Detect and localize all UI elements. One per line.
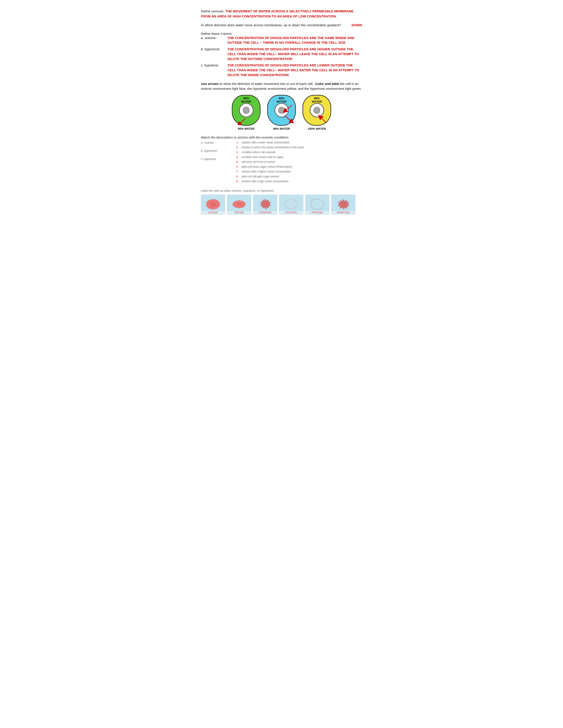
cell-hypertonic: 98%WATER 95% WATER [232,95,260,130]
cell-img-4: HYPOTONIC [279,195,304,214]
svg-point-9 [210,202,216,206]
term-hypotonic-def: THE CONCENTRATION OF DISSOLVED PARTICLES… [227,63,362,77]
use-arrows-para: Use arrows to show the direction of wate… [201,81,362,91]
match-left-isotonic: a. isotonic [201,141,227,144]
match-left-col: a. isotonic b. hypertonic c. hypotonic [201,141,227,185]
match-right-5: 5. cell loses all forms of contact [236,160,362,163]
term-hypotonic: c. hypotonic THE CONCENTRATION OF DISSOL… [201,63,362,77]
svg-point-11 [236,203,242,206]
svg-point-16 [315,202,320,206]
svg-marker-12 [260,199,271,209]
cells-container: 98%WATER 95% WATER 98%WATER [201,95,362,130]
match-right-9: 9. solution with a high solute concentra… [236,180,362,183]
direction-answer: DOWN [349,23,362,28]
svg-line-5 [285,115,292,122]
cell-img-6-label: HYPERTONIC [332,211,355,214]
cell-isotonic-bottom-label: 98% WATER [273,127,290,130]
match-right-3: 3. condition where cell expands [236,151,362,154]
term-isotonic-def: THE CONCENTRATION OF DISSOLVED PARTICLES… [227,36,362,45]
cell-hypertonic-bottom-label: 95% WATER [238,127,254,130]
match-right-7: 7. solution with a higher solute concent… [236,170,362,173]
term-hypertonic: b. hypertonic THE CONCENTRATION OF DISSO… [201,47,362,61]
match-right-col: 1. solution with a lower solute concentr… [236,141,362,185]
cell-isotonic-outer: 98%WATER [267,95,296,126]
cell-hypertonic-outer: 98%WATER [232,95,260,126]
term-hypotonic-label: c. hypotonic [201,63,227,77]
arrow-in-svg [303,96,331,125]
term-isotonic-label: a. isotonic- [201,36,227,45]
svg-marker-17 [338,199,349,210]
cell-img-5: HYPOTONIC [305,195,330,214]
rbc-svg-6 [335,197,352,212]
cell-hypotonic-bottom-label: 100% WATER [308,127,326,130]
match-right-4: 4. condition that causes cells to regain [236,156,362,159]
svg-point-14 [288,202,294,206]
cell-hypotonic-outer: 98%WATER [303,95,331,126]
match-right-2: 2. solution in which the solute concentr… [236,146,362,149]
direction-question-block: In which direction does water move acros… [201,23,362,28]
cell-img-3: HYPERTONIC [253,195,277,214]
match-left-hypertonic: b. hypertonic [201,149,227,152]
rbc-svg-1 [204,197,222,212]
svg-line-7 [320,116,326,123]
term-isotonic: a. isotonic- THE CONCENTRATION OF DISSOL… [201,36,362,45]
rbc-svg-4 [283,197,300,212]
match-title: Match the description or picture with th… [201,136,362,139]
rbc-svg-3 [256,197,274,212]
arrows-inout-svg [268,96,295,125]
rbc-svg-5 [309,197,326,212]
cell-images-row: ISOTONIC ISOTONIC HYPERTONIC HYPOTONIC [201,195,362,214]
match-right-1: 1. solution with a lower solute concentr… [236,141,362,144]
cell-img-3-label: HYPERTONIC [253,211,277,214]
svg-line-4 [285,105,292,111]
label-section: Label the cells as either isotonic, hypo… [201,189,362,214]
match-left-hypotonic: c. hypotonic [201,157,227,161]
svg-point-13 [285,199,298,209]
direction-prompt: In which direction does water move acros… [201,23,341,28]
cell-isotonic: 98%WATER 98% WATER [267,95,296,130]
cell-img-1-label: ISOTONIC [201,211,225,214]
cell-img-2-label: ISOTONIC [227,211,251,214]
cell-img-1: ISOTONIC [201,195,225,214]
match-section: Match the description or picture with th… [201,136,362,185]
cell-img-6: HYPERTONIC [331,195,356,214]
match-right-6: 6. plant cell loses sugar content (Plasm… [236,165,362,168]
osmosis-question: Define osmosis. THE MOVEMENT OF WATER AC… [201,9,362,19]
osmosis-prompt: Define osmosis. [201,9,224,13]
arrow-out-svg [232,96,260,125]
svg-point-15 [311,199,324,210]
define-terms-intro: Define these 3 terms: [201,32,362,36]
svg-line-1 [239,119,245,125]
cell-hypotonic: 98%WATER 100% WATER [303,95,331,130]
match-columns: a. isotonic b. hypertonic c. hypotonic 1… [201,141,362,185]
label-title: Label the cells as either isotonic, hypo… [201,189,362,192]
term-hypertonic-label: b. hypertonic [201,47,227,61]
cell-img-2: ISOTONIC [227,195,251,214]
match-right-8: 8. plant cell still gets sugar amount [236,175,362,178]
rbc-svg-2 [230,197,248,212]
cell-img-5-label: HYPOTONIC [305,211,329,214]
define-terms-section: Define these 3 terms: a. isotonic- THE C… [201,32,362,77]
term-hypertonic-def: THE CONCENTRATION OF DISSOLVED PARTICLES… [227,47,362,61]
cell-img-4-label: HYPOTONIC [279,211,303,214]
